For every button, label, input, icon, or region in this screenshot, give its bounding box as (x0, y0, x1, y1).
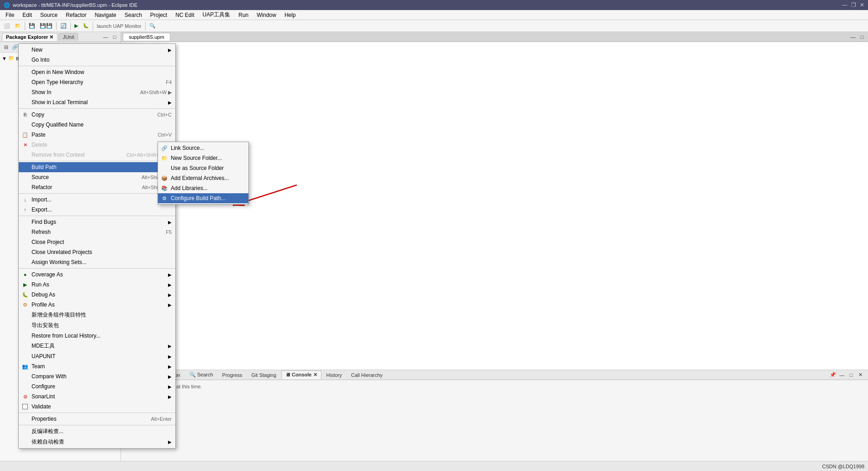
ctx-dependency-check[interactable]: 依赖自动检查 ▶ (19, 437, 175, 447)
ctx-new[interactable]: New ▶ (19, 45, 175, 55)
ctx-sonarlint-arrow: ▶ (168, 394, 172, 399)
ctx-close-project[interactable]: Close Project (19, 237, 175, 247)
ctx-copy-qualified[interactable]: Copy Qualified Name (19, 120, 175, 130)
ctx-remove-context[interactable]: Remove from Context Ctrl+Alt+Shift+Down (19, 150, 175, 160)
ctx-export[interactable]: ↑ Export... (19, 205, 175, 215)
ctx-paste-shortcut: Ctrl+V (158, 132, 172, 138)
ctx-copy-shortcut: Ctrl+C (158, 112, 172, 117)
ctx-configure[interactable]: Configure ▶ (19, 381, 175, 392)
ctx-export-icon: ↑ (21, 207, 30, 212)
ctx-dependency-check-arrow: ▶ (168, 439, 172, 445)
ctx-debug-as-label: Debug As (32, 291, 55, 298)
ctx-decompile[interactable]: 反编译检查... (19, 426, 175, 437)
ctx-sep1 (19, 66, 175, 66)
ctx-debug-as[interactable]: 🐛 Debug As ▶ (19, 290, 175, 300)
ctx-delete-icon: ✕ (21, 142, 30, 148)
ctx-new-arrow: ▶ (168, 48, 172, 53)
ctx-coverage-as[interactable]: ● Coverage As ▶ (19, 270, 175, 280)
ctx-sep2 (19, 108, 175, 109)
ctx-sep7 (19, 413, 175, 413)
sub-add-external-archives[interactable]: 📦 Add External Archives... (158, 173, 248, 183)
ctx-delete[interactable]: ✕ Delete Delete (19, 140, 175, 150)
ctx-configure-label: Configure (32, 383, 55, 390)
ctx-sonarlint-icon: ⊘ (21, 394, 30, 400)
submenu-buildpath: 🔗 Link Source... 📁 New Source Folder... … (158, 142, 249, 205)
ctx-close-unrelated[interactable]: Close Unrelated Projects (19, 247, 175, 257)
ctx-profile-as-arrow: ▶ (168, 302, 172, 307)
ctx-validate-icon (21, 404, 30, 409)
ctx-source[interactable]: Source Alt+Shift+S ▶ (19, 172, 175, 182)
ctx-sep8 (19, 425, 175, 425)
ctx-open-new-window[interactable]: Open in New Window (19, 67, 175, 77)
context-menu: New ▶ Go Into Open in New Window Open Ty… (18, 43, 176, 449)
ctx-export-pkg-label: 导出安装包 (32, 322, 59, 329)
ctx-debug-as-arrow: ▶ (168, 292, 172, 297)
ctx-coverage-as-icon: ● (21, 272, 30, 277)
ctx-restore-label: Restore from Local History... (32, 333, 100, 339)
ctx-coverage-as-arrow: ▶ (168, 272, 172, 277)
ctx-close-unrelated-label: Close Unrelated Projects (32, 249, 92, 255)
sub-add-libraries-label: Add Libraries... (171, 185, 208, 191)
ctx-copy-qualified-label: Copy Qualified Name (32, 122, 84, 128)
ctx-remove-context-label: Remove from Context (32, 152, 85, 158)
ctx-restore-local-history[interactable]: Restore from Local History... (19, 331, 175, 341)
ctx-compare-with[interactable]: Compare With ▶ (19, 371, 175, 381)
ctx-profile-as[interactable]: ⚙ Profile As ▶ (19, 300, 175, 310)
ctx-debug-as-icon: 🐛 (21, 292, 30, 298)
ctx-sep6 (19, 268, 175, 269)
ctx-sep3 (19, 161, 175, 161)
ctx-uapunit-arrow: ▶ (168, 354, 172, 359)
ctx-show-local-terminal[interactable]: Show in Local Terminal ▶ (19, 97, 175, 107)
sub-add-libraries[interactable]: 📚 Add Libraries... (158, 183, 248, 193)
ctx-team-label: Team (32, 363, 45, 370)
context-menu-overlay[interactable]: New ▶ Go Into Open in New Window Open Ty… (0, 0, 868, 471)
ctx-build-path-label: Build Path (32, 164, 57, 170)
ctx-import-icon: ↓ (21, 197, 30, 202)
ctx-go-into[interactable]: Go Into (19, 55, 175, 65)
sub-link-source[interactable]: 🔗 Link Source... (158, 143, 248, 153)
ctx-compare-with-arrow: ▶ (168, 374, 172, 379)
ctx-copy-label: Copy (32, 111, 44, 118)
sub-new-source-folder[interactable]: 📁 New Source Folder... (158, 153, 248, 163)
sub-link-source-icon: 🔗 (160, 145, 169, 151)
validate-checkbox-icon (22, 404, 28, 409)
sub-use-as-source[interactable]: Use as Source Folder (158, 163, 248, 173)
ctx-open-type-hierarchy-shortcut: F4 (166, 79, 172, 85)
ctx-properties[interactable]: Properties Alt+Enter (19, 414, 175, 424)
ctx-team-arrow: ▶ (168, 364, 172, 369)
ctx-profile-as-label: Profile As (32, 302, 55, 308)
sub-add-libraries-icon: 📚 (160, 185, 169, 191)
ctx-refresh[interactable]: Refresh F5 (19, 227, 175, 237)
ctx-decompile-label: 反编译检查... (32, 428, 63, 435)
ctx-compare-with-label: Compare With (32, 373, 67, 380)
ctx-copy[interactable]: ⎘ Copy Ctrl+C (19, 110, 175, 120)
ctx-show-in-label: Show In (32, 89, 51, 95)
ctx-show-local-terminal-arrow: ▶ (168, 100, 172, 105)
ctx-find-bugs-arrow: ▶ (168, 220, 172, 225)
ctx-validate[interactable]: Validate (19, 402, 175, 412)
ctx-sep5 (19, 216, 175, 216)
ctx-new-label: New (32, 47, 42, 53)
sub-configure-build-path[interactable]: ⚙ Configure Build Path... (158, 193, 248, 203)
ctx-properties-label: Properties (32, 416, 57, 422)
ctx-find-bugs-label: Find Bugs (32, 219, 56, 225)
ctx-build-path[interactable]: Build Path ▶ (19, 162, 175, 172)
ctx-find-bugs[interactable]: Find Bugs ▶ (19, 217, 175, 227)
ctx-sonarlint-label: SonarLint (32, 393, 55, 400)
ctx-open-type-hierarchy[interactable]: Open Type Hierarchy F4 (19, 77, 175, 87)
ctx-team[interactable]: 👥 Team ▶ (19, 361, 175, 371)
ctx-new-biz-component[interactable]: 新增业务组件项目特性 (19, 310, 175, 320)
ctx-show-in[interactable]: Show In Alt+Shift+W ▶ (19, 87, 175, 97)
ctx-refactor[interactable]: Refactor Alt+Shift+T ▶ (19, 182, 175, 192)
ctx-paste[interactable]: 📋 Paste Ctrl+V (19, 130, 175, 140)
ctx-sonarlint[interactable]: ⊘ SonarLint ▶ (19, 392, 175, 402)
ctx-import[interactable]: ↓ Import... (19, 195, 175, 205)
ctx-uapunit[interactable]: UAPUNIT ▶ (19, 351, 175, 361)
ctx-show-local-terminal-label: Show in Local Terminal (32, 99, 88, 106)
ctx-export-pkg[interactable]: 导出安装包 (19, 320, 175, 331)
ctx-assign-working-sets[interactable]: Assign Working Sets... (19, 257, 175, 267)
ctx-run-as[interactable]: ▶ Run As ▶ (19, 280, 175, 290)
sub-configure-build-path-label: Configure Build Path... (171, 195, 226, 201)
ctx-paste-label: Paste (32, 132, 46, 138)
ctx-mde[interactable]: MDE工具 ▶ (19, 341, 175, 351)
